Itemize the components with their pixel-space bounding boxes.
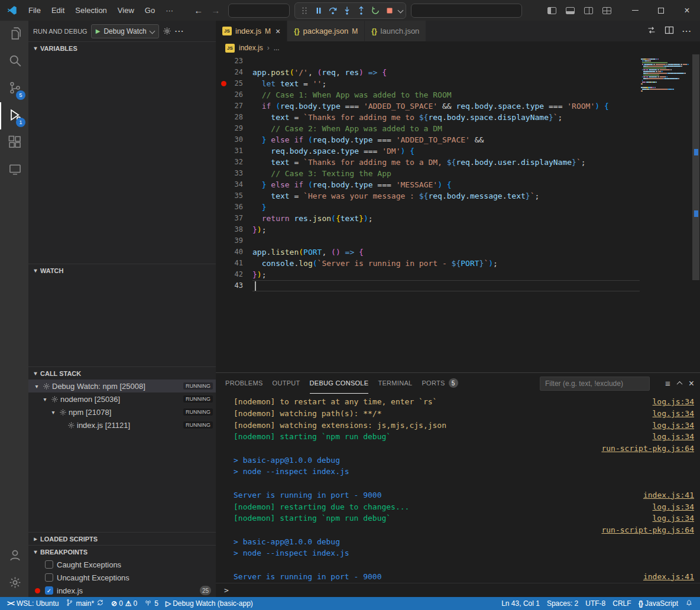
code-line[interactable]: 24app.post('/', (req, res) => { [216, 67, 640, 78]
breakpoint-row[interactable]: ✓index.js25 [28, 584, 216, 597]
code-line[interactable]: 28 text = `Thanks for adding me to ${req… [216, 112, 640, 123]
command-center[interactable] [228, 4, 290, 18]
code-text[interactable]: // Case 1: When App was added to the ROO… [252, 89, 640, 100]
gear-icon[interactable] [163, 27, 171, 35]
toggle-secondary-sidebar-icon[interactable] [584, 7, 593, 14]
menu-item[interactable]: Edit [46, 6, 70, 15]
command-center-search[interactable] [411, 4, 522, 18]
code-area[interactable]: 2324app.post('/', (req, res) => {25 let … [216, 56, 640, 291]
code-text[interactable]: text = `Thanks for adding me to ${req.bo… [252, 112, 640, 123]
panel-actions-icon[interactable]: ≡ [665, 378, 670, 388]
toggle-sidebar-icon[interactable] [547, 7, 556, 14]
step-into-icon[interactable] [341, 4, 354, 17]
code-line[interactable]: 25 let text = ''; [216, 78, 640, 89]
breakpoint-icon[interactable] [221, 81, 226, 86]
code-line[interactable]: 40app.listen(PORT, () => { [216, 246, 640, 258]
step-out-icon[interactable] [355, 4, 368, 17]
language-mode[interactable]: {}JavaScript [635, 597, 682, 610]
code-line[interactable]: 43 [216, 280, 640, 291]
code-text[interactable]: // Case 2: When App was added to a DM [252, 123, 640, 134]
back-button[interactable]: ← [194, 5, 203, 15]
code-text[interactable]: }); [252, 224, 640, 235]
breadcrumb-symbol[interactable]: ... [274, 44, 280, 52]
console-filter-input[interactable] [540, 377, 650, 391]
line-number[interactable]: 31 [216, 145, 252, 157]
drag-grip-icon[interactable] [298, 4, 311, 17]
line-number[interactable]: 33 [216, 168, 252, 179]
more-actions-icon[interactable]: ··· [175, 27, 184, 35]
line-number[interactable]: 39 [216, 235, 252, 246]
code-text[interactable]: } else if (req.body.type === 'MESSAGE') … [252, 179, 640, 190]
line-number[interactable]: 38 [216, 224, 252, 235]
tab-index.js[interactable]: JSindex.jsM× [216, 21, 287, 41]
line-number[interactable]: 28 [216, 112, 252, 123]
launch-config-dropdown[interactable]: ▶ Debug Watch [91, 24, 159, 38]
breakpoint-checkbox[interactable]: ✓ [45, 586, 53, 595]
menu-item[interactable]: ··· [160, 6, 179, 15]
code-line[interactable]: 26 // Case 1: When App was added to the … [216, 89, 640, 100]
code-text[interactable]: return res.json({text}); [252, 213, 640, 224]
code-line[interactable]: 38}); [216, 224, 640, 235]
code-line[interactable]: 41 console.log(`Server is running in por… [216, 258, 640, 269]
panel-tab-terminal[interactable]: TERMINAL [378, 373, 412, 394]
editor-scrollbar[interactable] [692, 54, 700, 372]
remote-indicator[interactable]: ><WSL: Ubuntu [4, 597, 62, 610]
breakpoint-row[interactable]: Caught Exceptions [28, 558, 216, 571]
section-variables[interactable]: ▾VARIABLES [28, 41, 216, 54]
menu-item[interactable]: View [112, 6, 140, 15]
scrollbar-thumb[interactable] [692, 54, 699, 280]
toggle-panel-icon[interactable] [566, 7, 575, 14]
code-line[interactable]: 37 return res.json({text}); [216, 213, 640, 224]
section-call-stack[interactable]: ▾CALL STACK [28, 366, 216, 379]
breakpoint-checkbox[interactable] [45, 573, 53, 582]
forward-button[interactable]: → [211, 5, 220, 15]
activity-extensions[interactable] [0, 129, 28, 157]
activity-search[interactable] [0, 48, 28, 75]
code-line[interactable]: 33 // Case 3: Texting the App [216, 168, 640, 179]
customize-layout-icon[interactable] [602, 7, 611, 14]
breadcrumb-file[interactable]: index.js [239, 44, 263, 52]
tab-package.json[interactable]: {}package.jsonM [287, 21, 365, 41]
line-number[interactable]: 35 [216, 190, 252, 202]
chevron-down-icon[interactable]: ▾ [32, 383, 41, 390]
menu-item[interactable]: Go [140, 6, 160, 15]
chevron-down-icon[interactable]: ▾ [48, 409, 58, 416]
encoding[interactable]: UTF-8 [582, 597, 609, 610]
line-number[interactable]: 34 [216, 179, 252, 190]
line-number[interactable]: 25 [216, 78, 252, 89]
code-line[interactable]: 42}); [216, 269, 640, 280]
breakpoint-checkbox[interactable] [45, 560, 53, 569]
branch-status[interactable]: main* [62, 597, 108, 610]
notifications[interactable] [682, 597, 696, 610]
callstack-row[interactable]: ▾nodemon [25036]RUNNING [28, 392, 216, 405]
code-line[interactable]: 34 } else if (req.body.type === 'MESSAGE… [216, 179, 640, 190]
debug-status[interactable]: ▷Debug Watch (basic-app) [162, 597, 257, 610]
maximize-panel-icon[interactable] [676, 381, 682, 387]
section-loaded-scripts[interactable]: ▸LOADED SCRIPTS [28, 532, 216, 545]
more-actions-icon[interactable]: ··· [682, 27, 692, 35]
source-link[interactable]: run-script-pkg.js:64 [601, 525, 694, 534]
line-number[interactable]: 23 [216, 56, 252, 67]
panel-tab-ports[interactable]: PORTS5 [422, 373, 458, 394]
close-button[interactable]: × [674, 0, 700, 21]
source-link[interactable]: log.js:34 [653, 421, 694, 430]
source-link[interactable]: run-script-pkg.js:64 [601, 444, 694, 453]
eol[interactable]: CRLF [609, 597, 634, 610]
activity-explorer[interactable] [0, 21, 28, 48]
line-number[interactable]: 29 [216, 123, 252, 134]
callstack-row[interactable]: index.js [21121]RUNNING [28, 418, 216, 431]
close-icon[interactable]: × [276, 27, 280, 36]
code-text[interactable]: req.body.space.type === 'DM') { [252, 145, 640, 157]
code-line[interactable]: 31 req.body.space.type === 'DM') { [216, 145, 640, 157]
source-link[interactable]: index.js:41 [643, 572, 694, 581]
code-text[interactable]: } [252, 202, 640, 213]
activity-remote-explorer[interactable] [0, 157, 28, 184]
code-line[interactable]: 23 [216, 56, 640, 67]
code-line[interactable]: 30 } else if (req.body.type === 'ADDED_T… [216, 134, 640, 145]
line-number[interactable]: 30 [216, 134, 252, 145]
code-text[interactable] [252, 56, 640, 67]
code-line[interactable]: 39 [216, 235, 640, 246]
source-link[interactable]: log.js:34 [653, 397, 694, 406]
cursor-position[interactable]: Ln 43, Col 1 [498, 597, 543, 610]
section-breakpoints[interactable]: ▾BREAKPOINTS [28, 545, 216, 558]
